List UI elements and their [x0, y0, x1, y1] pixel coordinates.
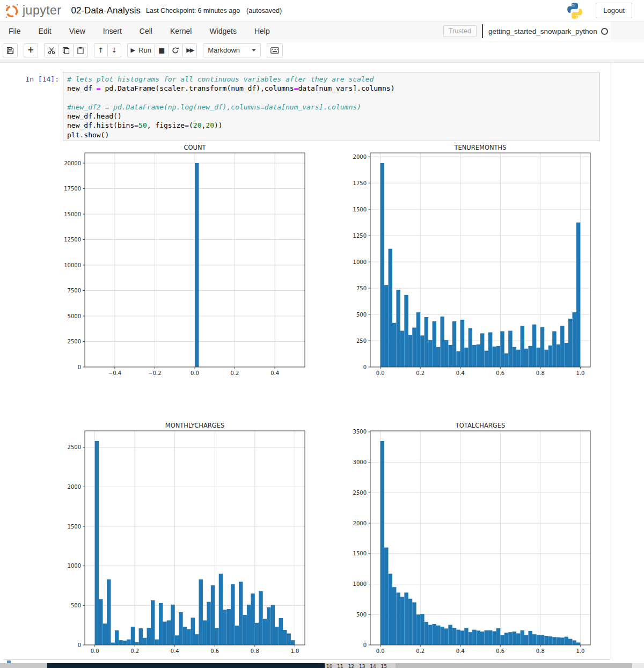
restart-kernel-button[interactable]: [168, 43, 183, 57]
histogram-bar: [548, 636, 552, 645]
histogram-bar: [155, 640, 158, 645]
histogram-bar: [433, 321, 436, 367]
move-cell-up-button[interactable]: ↑: [94, 43, 108, 57]
cell-type-dropdown[interactable]: Markdown: [203, 43, 261, 57]
save-button[interactable]: [3, 43, 18, 57]
notebook-right-border: [611, 63, 611, 659]
histogram-bar: [123, 641, 127, 645]
histogram-bar: [396, 592, 400, 645]
histogram-bar: [492, 631, 496, 645]
histogram-bar: [456, 351, 460, 367]
histogram-bar: [243, 615, 246, 645]
histogram-bar: [524, 349, 528, 367]
histogram-bar: [404, 295, 408, 367]
svg-text:0.2: 0.2: [416, 648, 425, 654]
arrow-down-icon: ↓: [111, 47, 117, 54]
histogram-bar: [175, 635, 179, 645]
menu-cell[interactable]: Cell: [140, 27, 152, 35]
histogram-bar: [444, 340, 448, 367]
histogram-svg: 050010001500200025000.00.20.40.60.81.0MO…: [54, 422, 311, 659]
histogram-svg: 05001000150020002500300035000.00.20.40.6…: [339, 422, 597, 659]
copy-cell-button[interactable]: [58, 43, 74, 57]
svg-text:0.4: 0.4: [270, 370, 279, 376]
menu-insert[interactable]: Insert: [103, 27, 122, 35]
chart-totalcharges: 05001000150020002500300035000.00.20.40.6…: [339, 422, 597, 659]
menu-view[interactable]: View: [69, 27, 85, 35]
histogram-bar: [408, 599, 412, 645]
svg-text:0.2: 0.2: [130, 648, 139, 654]
histogram-bar: [456, 630, 460, 645]
menu-edit[interactable]: Edit: [39, 27, 52, 35]
svg-text:1500: 1500: [353, 550, 367, 556]
svg-text:5000: 5000: [68, 313, 81, 319]
histogram-bar: [179, 612, 182, 645]
interrupt-kernel-button[interactable]: ■: [155, 43, 169, 57]
menu-kernel[interactable]: Kernel: [170, 27, 192, 35]
histogram-bar: [400, 597, 404, 645]
jupyter-logo[interactable]: jupyter: [4, 2, 62, 19]
menu-file[interactable]: File: [9, 27, 21, 35]
histogram-bar: [496, 628, 500, 645]
histogram-bar: [472, 345, 476, 367]
fast-forward-icon: ▶▶: [186, 47, 193, 53]
svg-text:1000: 1000: [353, 581, 367, 587]
histogram-bar: [283, 630, 287, 645]
paste-cell-button[interactable]: [73, 43, 88, 57]
histogram-bar: [452, 321, 456, 367]
histogram-bar: [95, 441, 99, 645]
histogram-bar: [560, 326, 564, 367]
code-editor[interactable]: # lets plot histograms for all continuou…: [63, 72, 600, 141]
histogram-bar: [195, 634, 199, 645]
histogram-bar: [271, 605, 275, 645]
restart-run-all-button[interactable]: ▶▶: [182, 43, 197, 57]
svg-text:2500: 2500: [68, 339, 81, 344]
histogram-bar: [568, 319, 572, 367]
histogram-bar: [127, 640, 130, 645]
svg-text:2000: 2000: [353, 154, 367, 160]
run-button[interactable]: ▶ Run: [127, 43, 155, 57]
svg-text:0.0: 0.0: [376, 648, 385, 654]
histogram-bar: [565, 343, 568, 367]
arrow-up-icon: ↑: [98, 47, 104, 54]
histogram-bar: [111, 643, 114, 645]
histogram-bar: [163, 622, 166, 645]
histogram-bar: [448, 625, 452, 645]
chart-title: MONTHLYCHARGES: [165, 422, 225, 429]
svg-text:0.4: 0.4: [171, 648, 179, 654]
histogram-bar: [247, 605, 251, 645]
histogram-bar: [572, 640, 576, 645]
histogram-bar: [103, 623, 107, 645]
cut-cell-button[interactable]: [44, 43, 59, 57]
svg-text:0.0: 0.0: [191, 370, 199, 376]
histogram-bar: [267, 607, 270, 645]
svg-text:1750: 1750: [353, 180, 367, 186]
python-logo-icon: [566, 2, 584, 20]
svg-text:7500: 7500: [68, 288, 81, 293]
histogram-bar: [565, 637, 568, 645]
move-cell-down-button[interactable]: ↓: [107, 43, 121, 57]
copy-icon: [62, 47, 70, 54]
histogram-bar: [207, 602, 210, 645]
svg-text:1250: 1250: [353, 233, 367, 239]
svg-text:0: 0: [78, 642, 81, 648]
command-palette-button[interactable]: [267, 43, 283, 57]
svg-text:1000: 1000: [353, 259, 367, 265]
svg-text:1.0: 1.0: [290, 648, 299, 654]
svg-text:0.8: 0.8: [251, 648, 259, 654]
logout-button[interactable]: Logout: [596, 3, 632, 18]
histogram-bar: [448, 345, 452, 367]
menu-widgets[interactable]: Widgets: [209, 27, 237, 35]
histogram-bar: [528, 631, 532, 645]
histogram-bar: [552, 637, 556, 645]
svg-text:12500: 12500: [64, 237, 81, 243]
restart-icon: [172, 47, 179, 54]
window-bottom-edge: [3, 659, 610, 660]
notebook-title[interactable]: 02-Data-Analysis: [71, 5, 141, 16]
play-icon: ▶: [131, 47, 135, 53]
histogram-bar: [389, 249, 392, 367]
svg-text:1500: 1500: [353, 207, 367, 212]
histogram-bar: [215, 628, 218, 645]
menu-help[interactable]: Help: [254, 27, 270, 35]
svg-text:0.8: 0.8: [536, 648, 545, 654]
add-cell-button[interactable]: +: [24, 43, 38, 57]
